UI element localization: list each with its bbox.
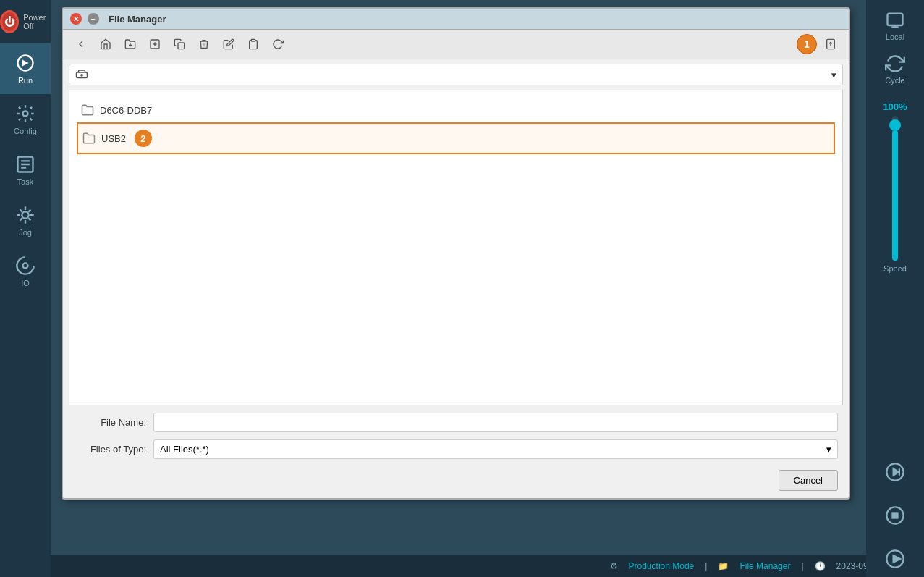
home-icon xyxy=(100,38,111,50)
right-sidebar: Local Cycle 100% Speed xyxy=(866,0,924,577)
separator2: | xyxy=(801,561,803,571)
toolbar-up-button[interactable] xyxy=(70,34,92,54)
up-icon xyxy=(75,38,87,50)
production-mode-icon: ⚙ xyxy=(610,561,618,571)
toolbar-new-folder-button[interactable] xyxy=(119,34,141,54)
stop-button[interactable] xyxy=(873,497,917,534)
sidebar-item-task[interactable]: Task xyxy=(0,145,51,195)
file-manager-icon: 📁 xyxy=(718,561,729,571)
new-folder-icon xyxy=(124,38,136,50)
dialog-toolbar: 1 xyxy=(63,30,849,59)
local-icon xyxy=(885,10,905,30)
file-manager-dialog: ✕ − File Manager xyxy=(62,7,850,500)
filename-row: File Name: xyxy=(74,413,838,432)
filetype-select[interactable]: All Files(*.*) ▾ xyxy=(153,439,838,459)
cycle-icon xyxy=(885,54,905,74)
path-dropdown-arrow[interactable]: ▾ xyxy=(831,70,836,80)
config-icon xyxy=(15,104,35,124)
file-item-d6c6[interactable]: D6C6-DDB7 xyxy=(77,98,835,122)
svg-marker-9 xyxy=(894,468,899,475)
sidebar-run-label: Run xyxy=(18,76,33,85)
speed-slider-container: 100% Speed xyxy=(883,94,907,447)
dialog-overlay: ✕ − File Manager xyxy=(51,0,866,555)
status-bar: 38EB ⚙ Production Mode | 📁 File Manager … xyxy=(0,555,924,577)
filetype-arrow: ▾ xyxy=(826,444,831,455)
file-item-usb2[interactable]: USB2 2 xyxy=(77,122,835,154)
datetime-icon: 🕐 xyxy=(815,561,826,571)
production-mode-label[interactable]: Production Mode xyxy=(629,561,695,571)
folder-icon-d6c6 xyxy=(81,104,94,117)
toolbar-badge1-button[interactable]: 1 xyxy=(797,34,817,54)
speed-track[interactable] xyxy=(892,116,898,261)
run-icon xyxy=(15,53,35,73)
local-button[interactable]: Local xyxy=(873,7,917,43)
stop-icon xyxy=(885,505,905,526)
filename-label: File Name: xyxy=(74,417,146,428)
cycle-button[interactable]: Cycle xyxy=(873,51,917,87)
svg-point-4 xyxy=(23,264,28,269)
dialog-close-button[interactable]: ✕ xyxy=(70,13,82,25)
file-content: D6C6-DDB7 USB2 2 xyxy=(69,90,843,405)
svg-rect-7 xyxy=(888,13,903,25)
toolbar-add-button[interactable] xyxy=(144,34,166,54)
play-icon xyxy=(885,549,905,569)
file-badge-usb2: 2 xyxy=(135,130,152,147)
dialog-title: File Manager xyxy=(109,14,166,25)
jog-icon xyxy=(15,205,35,225)
svg-point-1 xyxy=(23,111,28,117)
dialog-actions: Cancel xyxy=(74,466,838,491)
svg-rect-20 xyxy=(178,43,185,49)
toolbar-delete-button[interactable] xyxy=(193,34,215,54)
power-button[interactable]: ⏻ Power Off xyxy=(0,0,51,43)
refresh-icon xyxy=(272,38,284,50)
speed-thumb xyxy=(889,119,901,131)
file-manager-label[interactable]: File Manager xyxy=(739,561,790,571)
sidebar-config-label: Config xyxy=(14,127,37,135)
edit-icon xyxy=(223,38,234,50)
badge1-label: 1 xyxy=(804,38,810,50)
skip-icon xyxy=(885,462,905,482)
toolbar-copy-button[interactable] xyxy=(169,34,190,54)
dialog-titlebar: ✕ − File Manager xyxy=(63,9,849,30)
play-button[interactable] xyxy=(873,541,917,577)
io-icon xyxy=(15,256,35,276)
svg-rect-12 xyxy=(893,513,898,518)
skip-button[interactable] xyxy=(873,454,917,490)
folder-icon-usb2 xyxy=(82,132,96,145)
power-label: Power Off xyxy=(23,13,51,30)
filename-input[interactable] xyxy=(153,413,838,432)
toolbar-usb-button[interactable] xyxy=(820,34,842,54)
local-label: Local xyxy=(886,33,904,41)
sidebar-item-jog[interactable]: Jog xyxy=(0,195,51,246)
add-icon xyxy=(149,38,161,50)
svg-point-25 xyxy=(81,75,82,76)
dialog-min-button[interactable]: − xyxy=(88,13,99,25)
filetype-label: Files of Type: xyxy=(74,444,146,455)
sidebar-task-label: Task xyxy=(17,177,34,186)
file-name-d6c6: D6C6-DDB7 xyxy=(100,105,152,116)
filetype-row: Files of Type: All Files(*.*) ▾ xyxy=(74,439,838,459)
sidebar-item-run[interactable]: Run xyxy=(0,43,51,94)
usb-icon xyxy=(825,38,836,50)
cycle-label: Cycle xyxy=(885,76,905,85)
sidebar-item-io[interactable]: IO xyxy=(0,246,51,297)
left-sidebar: ⏻ Power Off Run Config Task Jog xyxy=(0,0,51,577)
svg-point-3 xyxy=(22,211,28,218)
toolbar-refresh-button[interactable] xyxy=(267,34,289,54)
toolbar-paste-button[interactable] xyxy=(242,34,264,54)
paste-icon xyxy=(247,38,259,50)
power-icon: ⏻ xyxy=(0,10,19,33)
delete-icon xyxy=(198,38,210,50)
toolbar-edit-button[interactable] xyxy=(218,34,240,54)
separator1: | xyxy=(705,561,707,571)
speed-label: Speed xyxy=(883,264,907,273)
sidebar-io-label: IO xyxy=(21,279,30,287)
svg-marker-14 xyxy=(894,555,900,562)
copy-icon xyxy=(174,38,185,50)
cancel-button[interactable]: Cancel xyxy=(779,470,838,491)
speed-percent: 100% xyxy=(883,101,907,112)
dialog-bottom: File Name: Files of Type: All Files(*.*)… xyxy=(63,405,849,498)
sidebar-item-config[interactable]: Config xyxy=(0,94,51,145)
toolbar-home-button[interactable] xyxy=(95,34,116,54)
filetype-value: All Files(*.*) xyxy=(160,444,209,455)
